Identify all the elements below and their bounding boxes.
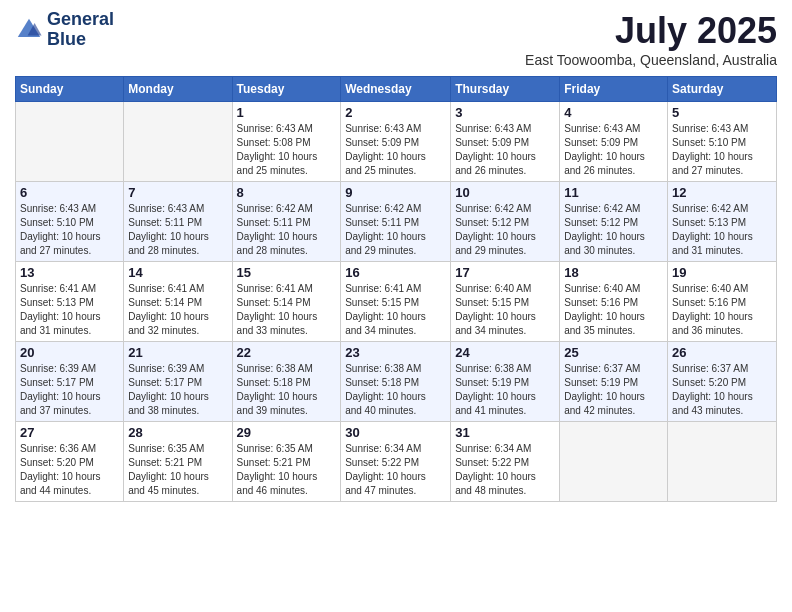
day-cell-13: 13Sunrise: 6:41 AM Sunset: 5:13 PM Dayli… [16,262,124,342]
day-info: Sunrise: 6:43 AM Sunset: 5:08 PM Dayligh… [237,122,337,178]
day-info: Sunrise: 6:42 AM Sunset: 5:11 PM Dayligh… [237,202,337,258]
day-info: Sunrise: 6:43 AM Sunset: 5:11 PM Dayligh… [128,202,227,258]
day-cell-21: 21Sunrise: 6:39 AM Sunset: 5:17 PM Dayli… [124,342,232,422]
day-number: 23 [345,345,446,360]
day-number: 29 [237,425,337,440]
day-info: Sunrise: 6:43 AM Sunset: 5:09 PM Dayligh… [345,122,446,178]
day-cell-22: 22Sunrise: 6:38 AM Sunset: 5:18 PM Dayli… [232,342,341,422]
day-info: Sunrise: 6:41 AM Sunset: 5:15 PM Dayligh… [345,282,446,338]
day-info: Sunrise: 6:39 AM Sunset: 5:17 PM Dayligh… [20,362,119,418]
day-cell-19: 19Sunrise: 6:40 AM Sunset: 5:16 PM Dayli… [668,262,777,342]
day-info: Sunrise: 6:41 AM Sunset: 5:13 PM Dayligh… [20,282,119,338]
col-header-thursday: Thursday [451,77,560,102]
day-number: 10 [455,185,555,200]
day-cell-2: 2Sunrise: 6:43 AM Sunset: 5:09 PM Daylig… [341,102,451,182]
day-cell-31: 31Sunrise: 6:34 AM Sunset: 5:22 PM Dayli… [451,422,560,502]
col-header-monday: Monday [124,77,232,102]
day-info: Sunrise: 6:35 AM Sunset: 5:21 PM Dayligh… [128,442,227,498]
day-cell-6: 6Sunrise: 6:43 AM Sunset: 5:10 PM Daylig… [16,182,124,262]
day-cell-17: 17Sunrise: 6:40 AM Sunset: 5:15 PM Dayli… [451,262,560,342]
day-number: 21 [128,345,227,360]
col-header-tuesday: Tuesday [232,77,341,102]
page: General Blue July 2025 East Toowoomba, Q… [0,0,792,612]
week-row-3: 13Sunrise: 6:41 AM Sunset: 5:13 PM Dayli… [16,262,777,342]
day-cell-11: 11Sunrise: 6:42 AM Sunset: 5:12 PM Dayli… [560,182,668,262]
logo-line1: General [47,10,114,30]
empty-cell [560,422,668,502]
header-row: SundayMondayTuesdayWednesdayThursdayFrid… [16,77,777,102]
day-info: Sunrise: 6:43 AM Sunset: 5:10 PM Dayligh… [20,202,119,258]
logo: General Blue [15,10,114,50]
day-number: 28 [128,425,227,440]
day-info: Sunrise: 6:37 AM Sunset: 5:19 PM Dayligh… [564,362,663,418]
day-cell-12: 12Sunrise: 6:42 AM Sunset: 5:13 PM Dayli… [668,182,777,262]
day-cell-4: 4Sunrise: 6:43 AM Sunset: 5:09 PM Daylig… [560,102,668,182]
day-number: 26 [672,345,772,360]
day-number: 24 [455,345,555,360]
day-number: 4 [564,105,663,120]
day-cell-7: 7Sunrise: 6:43 AM Sunset: 5:11 PM Daylig… [124,182,232,262]
day-info: Sunrise: 6:35 AM Sunset: 5:21 PM Dayligh… [237,442,337,498]
day-cell-3: 3Sunrise: 6:43 AM Sunset: 5:09 PM Daylig… [451,102,560,182]
day-cell-25: 25Sunrise: 6:37 AM Sunset: 5:19 PM Dayli… [560,342,668,422]
day-number: 5 [672,105,772,120]
day-number: 30 [345,425,446,440]
col-header-sunday: Sunday [16,77,124,102]
col-header-friday: Friday [560,77,668,102]
week-row-2: 6Sunrise: 6:43 AM Sunset: 5:10 PM Daylig… [16,182,777,262]
day-number: 16 [345,265,446,280]
day-number: 14 [128,265,227,280]
week-row-1: 1Sunrise: 6:43 AM Sunset: 5:08 PM Daylig… [16,102,777,182]
day-info: Sunrise: 6:38 AM Sunset: 5:18 PM Dayligh… [237,362,337,418]
day-number: 17 [455,265,555,280]
day-number: 31 [455,425,555,440]
day-number: 15 [237,265,337,280]
month-title: July 2025 [525,10,777,52]
day-info: Sunrise: 6:42 AM Sunset: 5:12 PM Dayligh… [564,202,663,258]
logo-icon [15,16,43,44]
day-info: Sunrise: 6:42 AM Sunset: 5:11 PM Dayligh… [345,202,446,258]
col-header-wednesday: Wednesday [341,77,451,102]
day-cell-8: 8Sunrise: 6:42 AM Sunset: 5:11 PM Daylig… [232,182,341,262]
day-cell-20: 20Sunrise: 6:39 AM Sunset: 5:17 PM Dayli… [16,342,124,422]
day-info: Sunrise: 6:39 AM Sunset: 5:17 PM Dayligh… [128,362,227,418]
day-number: 19 [672,265,772,280]
day-number: 18 [564,265,663,280]
day-cell-24: 24Sunrise: 6:38 AM Sunset: 5:19 PM Dayli… [451,342,560,422]
day-cell-28: 28Sunrise: 6:35 AM Sunset: 5:21 PM Dayli… [124,422,232,502]
day-info: Sunrise: 6:37 AM Sunset: 5:20 PM Dayligh… [672,362,772,418]
day-number: 11 [564,185,663,200]
day-cell-18: 18Sunrise: 6:40 AM Sunset: 5:16 PM Dayli… [560,262,668,342]
day-number: 1 [237,105,337,120]
day-number: 2 [345,105,446,120]
day-number: 22 [237,345,337,360]
day-info: Sunrise: 6:34 AM Sunset: 5:22 PM Dayligh… [455,442,555,498]
logo-line2: Blue [47,30,114,50]
day-number: 3 [455,105,555,120]
day-cell-14: 14Sunrise: 6:41 AM Sunset: 5:14 PM Dayli… [124,262,232,342]
day-cell-15: 15Sunrise: 6:41 AM Sunset: 5:14 PM Dayli… [232,262,341,342]
day-info: Sunrise: 6:42 AM Sunset: 5:13 PM Dayligh… [672,202,772,258]
day-info: Sunrise: 6:43 AM Sunset: 5:09 PM Dayligh… [455,122,555,178]
day-info: Sunrise: 6:40 AM Sunset: 5:15 PM Dayligh… [455,282,555,338]
header: General Blue July 2025 East Toowoomba, Q… [15,10,777,68]
day-number: 9 [345,185,446,200]
empty-cell [16,102,124,182]
calendar-table: SundayMondayTuesdayWednesdayThursdayFrid… [15,76,777,502]
empty-cell [124,102,232,182]
col-header-saturday: Saturday [668,77,777,102]
day-info: Sunrise: 6:41 AM Sunset: 5:14 PM Dayligh… [237,282,337,338]
day-cell-27: 27Sunrise: 6:36 AM Sunset: 5:20 PM Dayli… [16,422,124,502]
day-info: Sunrise: 6:38 AM Sunset: 5:19 PM Dayligh… [455,362,555,418]
day-cell-5: 5Sunrise: 6:43 AM Sunset: 5:10 PM Daylig… [668,102,777,182]
day-number: 6 [20,185,119,200]
week-row-5: 27Sunrise: 6:36 AM Sunset: 5:20 PM Dayli… [16,422,777,502]
day-info: Sunrise: 6:40 AM Sunset: 5:16 PM Dayligh… [672,282,772,338]
day-number: 12 [672,185,772,200]
day-info: Sunrise: 6:34 AM Sunset: 5:22 PM Dayligh… [345,442,446,498]
day-cell-23: 23Sunrise: 6:38 AM Sunset: 5:18 PM Dayli… [341,342,451,422]
day-cell-29: 29Sunrise: 6:35 AM Sunset: 5:21 PM Dayli… [232,422,341,502]
day-info: Sunrise: 6:41 AM Sunset: 5:14 PM Dayligh… [128,282,227,338]
day-number: 20 [20,345,119,360]
subtitle: East Toowoomba, Queensland, Australia [525,52,777,68]
